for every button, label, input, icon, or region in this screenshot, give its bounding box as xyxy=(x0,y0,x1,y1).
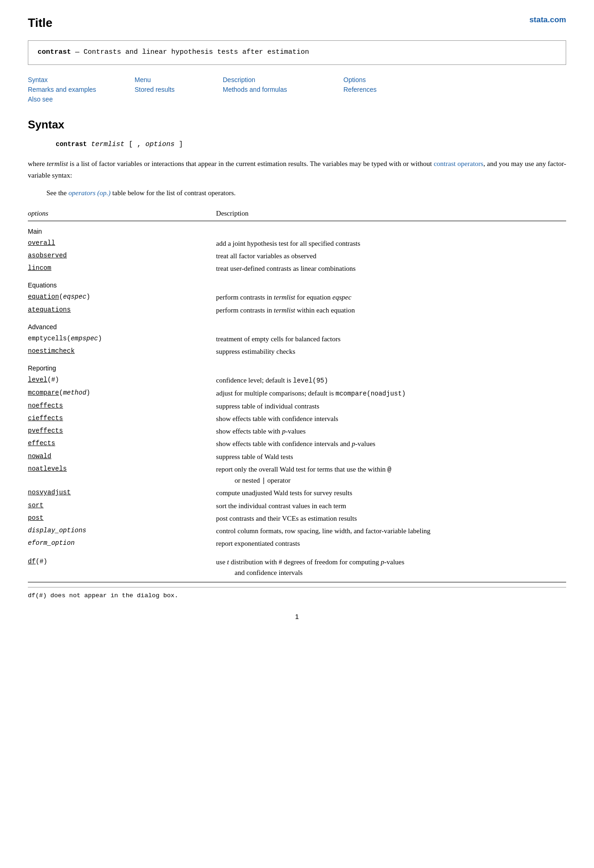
table-row: noestimcheck suppress estimability check… xyxy=(28,345,566,358)
table-row: noeffects suppress table of individual c… xyxy=(28,400,566,413)
opt-equation: equation(eqspec) xyxy=(28,291,207,304)
opt-nowald: nowald xyxy=(28,451,207,463)
desc-equation: perform contrasts in termlist for equati… xyxy=(207,291,566,304)
desc-nosvyadjust: compute unadjusted Wald tests for survey… xyxy=(207,487,566,499)
table-row: overall add a joint hypothesis test for … xyxy=(28,237,566,250)
desc-noatlevels: report only the overall Wald test for te… xyxy=(207,463,566,487)
nav-syntax[interactable]: Syntax xyxy=(28,76,48,83)
section-reporting-label: Reporting xyxy=(28,358,566,374)
section-equations-label: Equations xyxy=(28,275,566,291)
opt-level: level(#) xyxy=(28,374,207,387)
section-advanced-label: Advanced xyxy=(28,317,566,333)
opt-df: df(#) xyxy=(28,556,207,582)
operators-link[interactable]: operators (op.) xyxy=(68,189,110,197)
nav-col-4: Options References xyxy=(343,75,418,104)
table-row: effects show effects table with confiden… xyxy=(28,438,566,450)
nav-remarks[interactable]: Remarks and examples xyxy=(28,86,96,93)
table-row: cieffects show effects table with confid… xyxy=(28,413,566,425)
page-number: 1 xyxy=(28,612,566,622)
nav-menu[interactable]: Menu xyxy=(135,76,151,83)
desc-atequations: perform contrasts in termlist within eac… xyxy=(207,304,566,317)
page-header: Title stata.com xyxy=(28,14,566,32)
syntax-comma: , xyxy=(137,140,141,148)
section-advanced: Advanced xyxy=(28,317,566,333)
doc-description: Contrasts and linear hypothesis tests af… xyxy=(84,48,309,56)
table-row xyxy=(28,550,566,556)
opt-cieffects: cieffects xyxy=(28,413,207,425)
nav-options[interactable]: Options xyxy=(343,76,366,83)
opt-noestimcheck: noestimcheck xyxy=(28,345,207,358)
opt-mcompare: mcompare(method) xyxy=(28,387,207,400)
section-equations: Equations xyxy=(28,275,566,291)
doc-separator: — xyxy=(75,48,84,56)
doc-header-box: contrast — Contrasts and linear hypothes… xyxy=(28,40,566,65)
body-text-1: where termlist is a list of factor varia… xyxy=(28,158,566,181)
opt-display-options: display_options xyxy=(28,525,207,537)
desc-display-options: control column formats, row spacing, lin… xyxy=(207,525,566,537)
col-header-options: options xyxy=(28,206,207,221)
desc-effects: show effects table with confidence inter… xyxy=(207,438,566,450)
table-header-row: options Description xyxy=(28,206,566,221)
nav-stored-results[interactable]: Stored results xyxy=(135,86,174,93)
syntax-command: contrast xyxy=(56,140,87,148)
see-line: See the operators (op.) table below for … xyxy=(46,188,566,198)
syntax-termlist: termlist xyxy=(91,140,124,148)
opt-noatlevels: noatlevels xyxy=(28,463,207,487)
opt-post: post xyxy=(28,512,207,525)
syntax-line: contrast termlist [ , options ] xyxy=(56,140,566,150)
nav-description[interactable]: Description xyxy=(223,76,255,83)
opt-pveffects: pveffects xyxy=(28,425,207,438)
footnote: df(#) does not appear in the dialog box. xyxy=(28,587,566,600)
table-row: atequations perform contrasts in termlis… xyxy=(28,304,566,317)
nav-methods[interactable]: Methods and formulas xyxy=(223,86,287,93)
syntax-options: options xyxy=(145,140,174,148)
table-row: post post contrasts and their VCEs as es… xyxy=(28,512,566,525)
nav-links: Syntax Remarks and examples Also see Men… xyxy=(28,75,566,104)
opt-emptycells: emptycells(empspec) xyxy=(28,333,207,345)
opt-noeffects: noeffects xyxy=(28,400,207,413)
table-row: equation(eqspec) perform contrasts in te… xyxy=(28,291,566,304)
desc-sort: sort the individual contrast values in e… xyxy=(207,500,566,512)
nav-also-see[interactable]: Also see xyxy=(28,96,53,103)
desc-post: post contrasts and their VCEs as estimat… xyxy=(207,512,566,525)
desc-emptycells: treatment of empty cells for balanced fa… xyxy=(207,333,566,345)
opt-overall: overall xyxy=(28,237,207,250)
opt-nosvyadjust: nosvyadjust xyxy=(28,487,207,499)
section-reporting: Reporting xyxy=(28,358,566,374)
stata-link[interactable]: stata.com xyxy=(529,14,566,26)
nav-col-2: Menu Stored results xyxy=(135,75,223,104)
table-row: noatlevels report only the overall Wald … xyxy=(28,463,566,487)
page-title: Title xyxy=(28,14,52,32)
table-row: nosvyadjust compute unadjusted Wald test… xyxy=(28,487,566,499)
syntax-heading: Syntax xyxy=(28,116,566,133)
nav-col-3: Description Methods and formulas xyxy=(223,75,343,104)
desc-asobserved: treat all factor variables as observed xyxy=(207,250,566,262)
table-row: display_options control column formats, … xyxy=(28,525,566,537)
table-row: pveffects show effects table with p-valu… xyxy=(28,425,566,438)
nav-references[interactable]: References xyxy=(343,86,377,93)
spacer-row xyxy=(28,550,566,556)
col-header-description: Description xyxy=(207,206,566,221)
table-row: nowald suppress table of Wald tests xyxy=(28,451,566,463)
opt-lincom: lincom xyxy=(28,262,207,275)
syntax-bracket-open: [ xyxy=(129,140,133,148)
opt-effects: effects xyxy=(28,438,207,450)
footnote-text: df(#) does not appear in the dialog box. xyxy=(28,592,178,599)
desc-noestimcheck: suppress estimability checks xyxy=(207,345,566,358)
section-main: Main xyxy=(28,221,566,237)
syntax-bracket-close: ] xyxy=(179,140,183,148)
opt-sort: sort xyxy=(28,500,207,512)
table-row: emptycells(empspec) treatment of empty c… xyxy=(28,333,566,345)
desc-pveffects: show effects table with p-values xyxy=(207,425,566,438)
desc-level: confidence level; default is level(95) xyxy=(207,374,566,387)
desc-nowald: suppress table of Wald tests xyxy=(207,451,566,463)
contrast-operators-link[interactable]: contrast operators xyxy=(433,160,483,167)
table-row: eform_option report exponentiated contra… xyxy=(28,537,566,550)
table-row: mcompare(method) adjust for multiple com… xyxy=(28,387,566,400)
doc-command: contrast xyxy=(38,48,71,56)
options-table: options Description Main overall add a j… xyxy=(28,206,566,582)
table-row: asobserved treat all factor variables as… xyxy=(28,250,566,262)
section-main-label: Main xyxy=(28,221,566,237)
desc-overall: add a joint hypothesis test for all spec… xyxy=(207,237,566,250)
opt-eform-option: eform_option xyxy=(28,537,207,550)
